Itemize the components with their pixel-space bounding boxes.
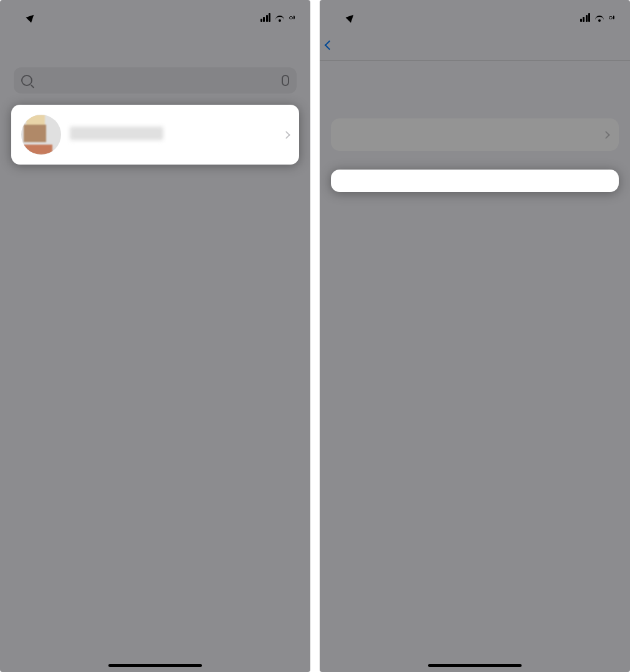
wifi-icon xyxy=(274,14,285,22)
contact-key-verification-row[interactable] xyxy=(331,118,619,151)
cellular-signal-icon xyxy=(260,13,271,22)
chevron-left-icon xyxy=(325,41,335,50)
battery-icon xyxy=(609,16,613,19)
home-indicator[interactable] xyxy=(108,664,202,667)
home-indicator[interactable] xyxy=(428,664,522,667)
wifi-icon xyxy=(594,14,605,22)
settings-screen xyxy=(0,0,310,672)
contact-key-group xyxy=(331,118,619,151)
profile-card[interactable] xyxy=(11,105,299,165)
nav-bar xyxy=(320,30,630,61)
cellular-signal-icon xyxy=(580,13,591,22)
battery-icon xyxy=(289,16,293,19)
chevron-right-icon xyxy=(602,131,610,139)
location-icon xyxy=(26,12,37,23)
profile-name-redacted xyxy=(70,127,163,140)
page-title xyxy=(0,30,310,65)
avatar xyxy=(21,115,61,155)
location-icon xyxy=(346,12,356,23)
search-input[interactable] xyxy=(14,67,297,94)
sign-out-button[interactable] xyxy=(331,170,619,192)
chevron-right-icon xyxy=(282,131,290,139)
search-icon xyxy=(21,75,32,86)
dictate-icon[interactable] xyxy=(282,75,289,86)
apple-account-screen xyxy=(320,0,630,672)
back-button[interactable] xyxy=(320,42,335,49)
status-bar xyxy=(320,0,630,30)
status-bar xyxy=(0,0,310,30)
